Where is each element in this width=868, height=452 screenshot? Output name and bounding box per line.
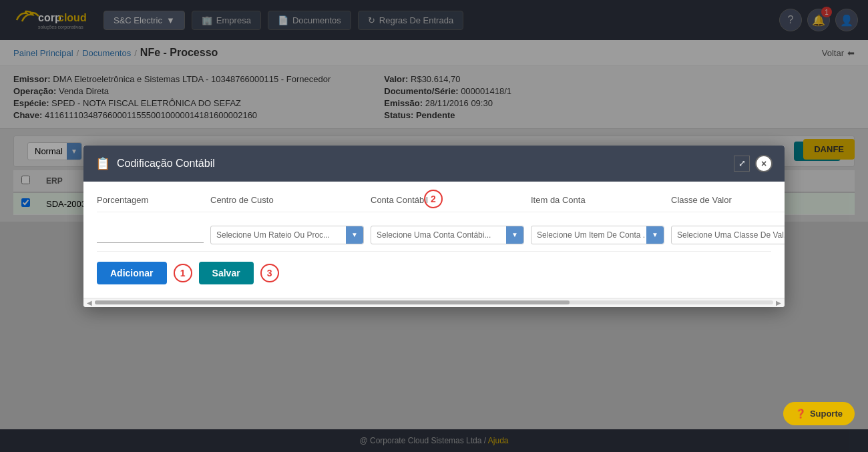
- col-item-conta: Item da Conta: [531, 195, 664, 205]
- modal-close-button[interactable]: ×: [755, 155, 773, 172]
- classe-select[interactable]: Selecione Uma Classe De Val...: [672, 226, 785, 244]
- modal-header-right: ⤢ ×: [734, 155, 773, 172]
- codificacao-modal: 📋 Codificação Contábil ⤢ × Porcentagem C…: [83, 146, 785, 307]
- suporte-button[interactable]: ❓ Suporte: [783, 402, 855, 425]
- col-centro-custo: Centro de Custo: [210, 195, 364, 205]
- modal-form-row: Selecione Um Rateio Ou Proc... ▼ Selecio…: [97, 216, 771, 252]
- expand-icon: ⤢: [738, 158, 746, 168]
- col-classe-valor: Classe de Valor: [671, 195, 785, 205]
- scroll-left-arrow-icon[interactable]: ◀: [87, 299, 92, 306]
- adicionar-button[interactable]: Adicionar: [97, 262, 167, 284]
- classe-select-wrapper: Selecione Uma Classe De Val...: [671, 226, 785, 244]
- question-circle-icon: ❓: [795, 409, 806, 419]
- scrollbar-thumb: [95, 300, 570, 304]
- rateio-select[interactable]: Selecione Um Rateio Ou Proc...: [211, 226, 363, 244]
- conta-select[interactable]: Selecione Uma Conta Contábi...: [371, 226, 523, 244]
- item-select[interactable]: Selecione Um Item De Conta ...: [531, 226, 664, 244]
- col-conta-contabil: Conta Contábil: [371, 195, 524, 205]
- salvar-button[interactable]: Salvar: [199, 262, 254, 284]
- modal-expand-button[interactable]: ⤢: [734, 156, 750, 172]
- scroll-right-arrow-icon[interactable]: ▶: [776, 299, 781, 306]
- document-modal-icon: 📋: [95, 156, 110, 171]
- step-2-badge: 2: [424, 190, 443, 208]
- step-1-badge: 1: [174, 264, 192, 282]
- modal-title-area: 📋 Codificação Contábil: [95, 156, 215, 171]
- step-3-badge: 3: [260, 264, 279, 282]
- suporte-label: Suporte: [810, 409, 843, 419]
- scrollbar-track: [95, 300, 773, 304]
- modal-col-headers-row: Porcentagem Centro de Custo Conta Contáb…: [97, 195, 771, 212]
- rateio-select-wrapper: Selecione Um Rateio Ou Proc... ▼: [210, 226, 364, 244]
- modal-actions-row: Adicionar 1 Salvar 3: [97, 252, 771, 288]
- porcentagem-input[interactable]: [97, 227, 204, 243]
- col-porcentagem: Porcentagem: [97, 195, 204, 205]
- modal-scrollbar[interactable]: ◀ ▶: [83, 298, 785, 307]
- modal-body: Porcentagem Centro de Custo Conta Contáb…: [83, 182, 785, 298]
- item-select-wrapper: Selecione Um Item De Conta ... ▼: [531, 226, 664, 244]
- conta-select-wrapper: Selecione Uma Conta Contábi... ▼: [371, 226, 524, 244]
- modal-header: 📋 Codificação Contábil ⤢ ×: [83, 146, 785, 182]
- porcentagem-input-cell: [97, 227, 204, 243]
- modal-title-text: Codificação Contábil: [117, 158, 215, 170]
